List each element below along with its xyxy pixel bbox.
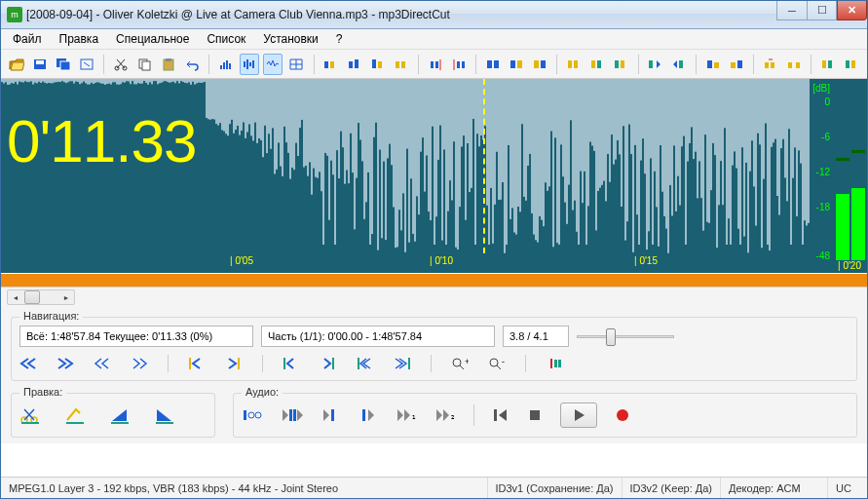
play-to-icon[interactable]: [359, 407, 378, 423]
menu-edit[interactable]: Правка: [52, 30, 107, 48]
menu-special[interactable]: Специальное: [108, 30, 197, 48]
tool-icon[interactable]: [530, 54, 549, 75]
stop-icon[interactable]: [527, 407, 543, 423]
menu-settings[interactable]: Установки: [255, 30, 325, 48]
tool-icon[interactable]: [703, 54, 723, 75]
nav-first-icon[interactable]: [19, 357, 37, 370]
nav-sel-end-icon[interactable]: [320, 357, 337, 370]
svg-rect-363: [591, 79, 593, 145]
svg-rect-506: [530, 410, 540, 420]
tool-icon[interactable]: [818, 54, 838, 75]
ff2-icon[interactable]: ₂: [434, 407, 456, 423]
rewind-start-icon[interactable]: [492, 407, 509, 423]
nav-sel-next-icon[interactable]: [394, 357, 411, 370]
save-all-icon[interactable]: [54, 54, 73, 75]
tool-icon[interactable]: [345, 54, 364, 75]
save-sel-icon[interactable]: [30, 54, 50, 75]
close-file-icon[interactable]: [77, 54, 96, 75]
zoom-slider[interactable]: [577, 326, 674, 346]
tool-icon[interactable]: [483, 54, 503, 75]
edit-cut-icon[interactable]: [19, 406, 41, 424]
split-icon[interactable]: [546, 357, 563, 370]
cut-icon[interactable]: [111, 54, 131, 75]
svg-rect-500: [293, 409, 296, 421]
svg-rect-169: [213, 79, 215, 120]
tool-icon[interactable]: [645, 54, 664, 75]
svg-point-497: [248, 412, 254, 418]
nav-sel-start-icon[interactable]: [283, 357, 300, 370]
view-bars-icon[interactable]: [216, 54, 236, 75]
tool-icon[interactable]: [507, 54, 526, 75]
nav-skip-fwd-icon[interactable]: [225, 357, 243, 370]
nav-skip-back-icon[interactable]: [188, 357, 206, 370]
svg-rect-418: [698, 79, 700, 161]
tool-icon[interactable]: [368, 54, 388, 75]
nav-part-field[interactable]: Часть (1/1): 0'00.00 - 1:48'57.84: [261, 326, 495, 347]
nav-sel-prev-icon[interactable]: [357, 357, 374, 370]
zoom-out-icon[interactable]: -: [488, 357, 506, 370]
svg-rect-127: [132, 79, 133, 81]
tool-icon[interactable]: [449, 54, 469, 75]
playhead[interactable]: [483, 79, 485, 253]
close-button[interactable]: ✕: [837, 1, 867, 20]
svg-rect-194: [262, 79, 264, 157]
menubar: Файл Правка Специальное Список Установки…: [1, 29, 867, 50]
edit-trim-icon[interactable]: [64, 406, 86, 424]
tool-icon[interactable]: [392, 54, 411, 75]
svg-rect-458: [776, 79, 778, 196]
nav-all-field[interactable]: Всё: 1:48'57.84 Текущее: 0'11.33 (0%): [19, 326, 253, 347]
tool-icon[interactable]: [669, 54, 689, 75]
scrollbar-thumb[interactable]: [24, 290, 40, 304]
copy-icon[interactable]: [134, 54, 154, 75]
tool-icon[interactable]: [761, 54, 780, 75]
tool-icon[interactable]: [611, 54, 630, 75]
loop-icon[interactable]: [242, 407, 263, 423]
svg-rect-256: [383, 79, 385, 162]
waveform-display[interactable]: 0'11.33 | 0'05| 0'10| 0'15 [dB]0-6-12-18…: [1, 79, 867, 273]
tool-icon[interactable]: [784, 54, 804, 75]
minimize-button[interactable]: ─: [776, 1, 807, 20]
view-grid-icon[interactable]: [286, 54, 306, 75]
maximize-button[interactable]: ☐: [807, 1, 837, 20]
paste-icon[interactable]: [159, 54, 178, 75]
svg-rect-456: [773, 79, 774, 142]
menu-file[interactable]: Файл: [5, 30, 50, 48]
svg-rect-122: [122, 79, 124, 82]
ff1-icon[interactable]: ₁: [396, 407, 417, 423]
nav-last-icon[interactable]: [57, 357, 74, 370]
zoom-in-icon[interactable]: +: [451, 357, 469, 370]
nav-prev-fast-icon[interactable]: [94, 357, 111, 370]
svg-rect-295: [459, 79, 461, 207]
tool-icon[interactable]: [587, 54, 607, 75]
tool-icon[interactable]: [564, 54, 584, 75]
svg-rect-420: [702, 79, 704, 231]
menu-help[interactable]: ?: [328, 30, 351, 48]
menu-list[interactable]: Список: [199, 30, 253, 48]
edit-fadein-icon[interactable]: [109, 406, 131, 424]
tool-icon[interactable]: [321, 54, 340, 75]
play-from-icon[interactable]: [321, 407, 341, 423]
svg-rect-320: [508, 79, 509, 145]
svg-rect-77: [34, 79, 36, 83]
timeline-strip[interactable]: [1, 273, 867, 288]
edit-fadeout-icon[interactable]: [154, 406, 175, 424]
titlebar: m [2008-09-04] - Oliver Koletzki @ Live …: [1, 1, 867, 29]
tool-icon[interactable]: [727, 54, 746, 75]
tool-icon[interactable]: [426, 54, 445, 75]
svg-rect-181: [237, 79, 239, 126]
nav-ratio-field[interactable]: 3.8 / 4.1: [503, 326, 569, 347]
svg-rect-324: [515, 79, 517, 235]
play-button[interactable]: [560, 403, 597, 428]
open-icon[interactable]: [7, 54, 26, 75]
view-wave2-icon[interactable]: [263, 54, 283, 75]
tool-icon[interactable]: [842, 54, 861, 75]
nav-next-fast-icon[interactable]: [131, 357, 148, 370]
undo-icon[interactable]: [182, 54, 202, 75]
svg-rect-32: [457, 61, 460, 68]
svg-rect-407: [677, 79, 679, 176]
h-scrollbar[interactable]: ◄ ►: [7, 289, 75, 305]
record-icon[interactable]: [615, 407, 630, 423]
svg-rect-201: [276, 79, 278, 170]
view-wave1-icon[interactable]: [240, 54, 259, 75]
play-sel-icon[interactable]: [281, 407, 304, 423]
